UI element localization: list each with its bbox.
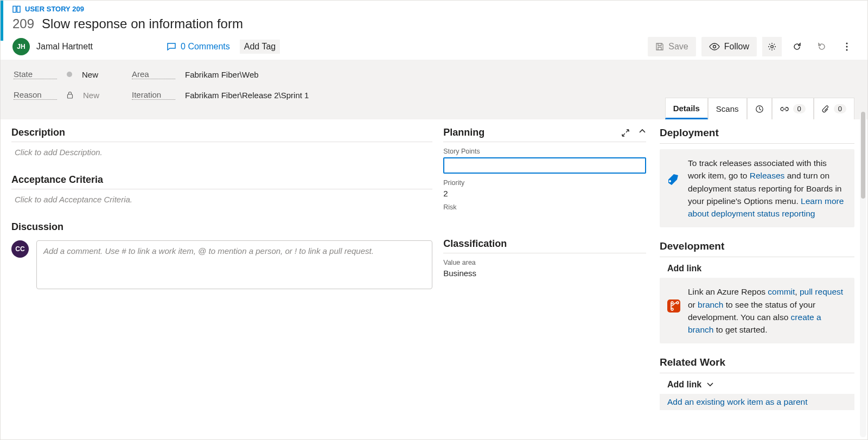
svg-rect-7 <box>68 94 73 98</box>
story-points-label: Story Points <box>443 148 646 155</box>
risk-label: Risk <box>443 203 646 211</box>
description-heading: Description <box>11 127 432 138</box>
releases-link[interactable]: Releases <box>750 171 785 180</box>
svg-point-3 <box>771 46 774 48</box>
save-icon <box>655 42 664 51</box>
attachments-count: 0 <box>834 104 846 113</box>
svg-rect-0 <box>13 6 16 12</box>
iteration-label: Iteration <box>132 90 175 100</box>
divider <box>443 253 646 253</box>
repo-icon <box>666 298 681 314</box>
chevron-down-icon <box>707 382 713 387</box>
planning-heading: Planning <box>443 127 484 138</box>
reason-label: Reason <box>14 90 57 100</box>
save-label: Save <box>668 42 688 52</box>
add-tag-button[interactable]: Add Tag <box>240 40 280 54</box>
collapse-icon[interactable] <box>639 129 646 134</box>
priority-value[interactable]: 2 <box>443 189 646 198</box>
state-label: State <box>14 69 57 79</box>
follow-label: Follow <box>724 42 749 52</box>
refresh-icon <box>793 42 801 51</box>
settings-button[interactable] <box>762 37 782 56</box>
pipeline-icon <box>666 170 681 185</box>
undo-button[interactable] <box>812 37 832 56</box>
refresh-button[interactable] <box>787 37 807 56</box>
follow-button[interactable]: Follow <box>701 37 757 56</box>
svg-point-2 <box>713 46 716 48</box>
work-item-title[interactable]: Slow response on information form <box>42 16 243 31</box>
eye-icon <box>709 43 720 50</box>
assignee-picker[interactable]: JH Jamal Hartnett <box>12 38 93 55</box>
tab-scans-label: Scans <box>716 104 739 113</box>
more-button[interactable] <box>837 37 857 56</box>
deployment-heading: Deployment <box>660 127 854 139</box>
deployment-info: To track releases associated with this w… <box>660 149 854 227</box>
tab-links[interactable]: 0 <box>772 98 814 119</box>
story-points-input[interactable] <box>443 157 646 174</box>
links-count: 0 <box>793 104 806 113</box>
comments-label: 0 Comments <box>181 42 230 52</box>
value-area-value[interactable]: Business <box>443 269 646 278</box>
scrollbar[interactable] <box>860 112 866 437</box>
description-field[interactable]: Click to add Description. <box>11 142 432 162</box>
crumb-label: USER STORY 209 <box>25 5 84 13</box>
discussion-heading: Discussion <box>11 221 432 233</box>
area-value[interactable]: Fabrikam Fiber\Web <box>185 70 259 79</box>
tab-details[interactable]: Details <box>665 98 708 119</box>
svg-point-6 <box>846 49 848 51</box>
svg-rect-1 <box>17 6 20 12</box>
divider <box>660 373 854 373</box>
development-add-link[interactable]: Add link <box>667 264 854 273</box>
value-area-label: Value area <box>443 259 646 266</box>
commit-link[interactable]: commit <box>768 287 795 296</box>
lock-icon <box>67 91 73 99</box>
tab-details-label: Details <box>673 104 700 113</box>
attachment-icon <box>822 105 829 113</box>
branch-link[interactable]: branch <box>698 300 723 309</box>
tab-scans[interactable]: Scans <box>708 98 747 119</box>
related-add-link[interactable]: Add link <box>667 380 854 390</box>
development-info: Link an Azure Repos commit, pull request… <box>660 278 854 343</box>
work-item-type-crumb[interactable]: USER STORY 209 <box>12 5 857 13</box>
history-icon <box>755 105 764 113</box>
gear-icon <box>768 42 776 51</box>
assignee-name: Jamal Hartnett <box>36 42 93 52</box>
acceptance-field[interactable]: Click to add Acceptance Criteria. <box>11 189 432 209</box>
save-button[interactable]: Save <box>648 37 695 56</box>
classification-heading: Classification <box>443 238 646 250</box>
divider <box>443 142 646 142</box>
add-parent-link[interactable]: Add an existing work item as a parent <box>660 394 854 410</box>
comments-button[interactable]: 0 Comments <box>167 42 230 52</box>
comment-input[interactable]: Add a comment. Use # to link a work item… <box>36 240 432 289</box>
pull-request-link[interactable]: pull request <box>800 287 843 296</box>
area-label: Area <box>132 69 175 79</box>
tab-attachments[interactable]: 0 <box>814 98 854 119</box>
reason-value[interactable]: New <box>83 91 99 100</box>
kebab-icon <box>846 42 848 51</box>
avatar: JH <box>12 38 30 55</box>
iteration-value[interactable]: Fabrikam Fiber\Release 2\Sprint 1 <box>185 91 309 100</box>
work-item-accent-bar <box>1 1 3 41</box>
svg-point-9 <box>669 180 671 182</box>
book-icon <box>12 5 21 13</box>
expand-icon[interactable] <box>621 129 630 137</box>
acceptance-heading: Acceptance Criteria <box>11 174 432 186</box>
divider <box>660 257 854 257</box>
current-user-avatar: CC <box>11 240 29 258</box>
tab-history[interactable] <box>747 98 772 119</box>
svg-point-4 <box>846 43 848 44</box>
state-dot-icon <box>67 72 72 77</box>
work-item-id: 209 <box>12 16 34 31</box>
link-icon <box>780 106 789 112</box>
comment-icon <box>167 42 176 51</box>
priority-label: Priority <box>443 179 646 187</box>
svg-point-5 <box>846 46 848 48</box>
related-work-heading: Related Work <box>660 356 854 368</box>
development-heading: Development <box>660 240 854 252</box>
state-value[interactable]: New <box>82 70 98 79</box>
undo-icon <box>818 42 826 51</box>
